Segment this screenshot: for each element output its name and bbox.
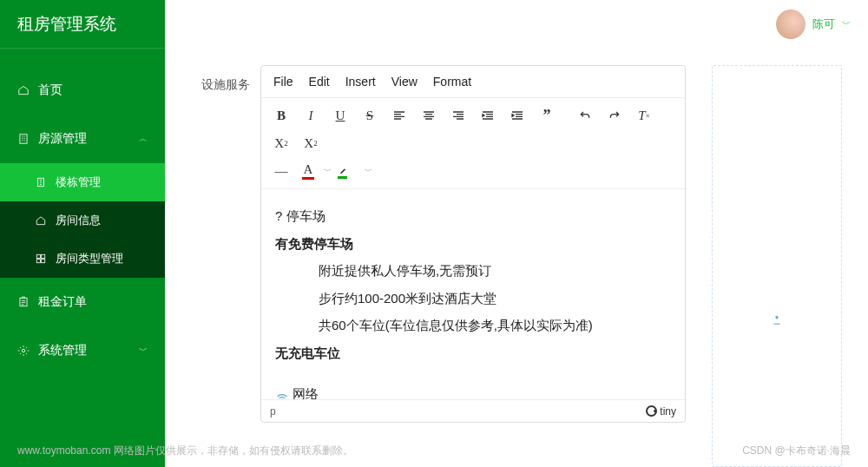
- clipboard-icon: [17, 296, 30, 308]
- watermark-text: www.toymoban.com 网络图片仅供展示，非存储，如有侵权请联系删除。: [17, 444, 353, 458]
- content-line: 附近提供私人停车场,无需预订: [275, 260, 671, 282]
- field-label: 设施服务: [191, 65, 260, 467]
- home-icon: [17, 84, 30, 96]
- content-line: 共60个车位(车位信息仅供参考,具体以实际为准): [275, 314, 671, 337]
- editor-content[interactable]: ? 停车场 有免费停车场 附近提供私人停车场,无需预订 步行约100-200米到…: [261, 189, 685, 399]
- strikethrough-button[interactable]: S: [357, 103, 383, 128]
- highlight-dropdown[interactable]: ﹀: [361, 161, 376, 182]
- editor-menubar: File Edit Insert View Format: [261, 66, 685, 97]
- credit-text: CSDN @卡布奇诺·海晨: [742, 444, 851, 458]
- align-left-button[interactable]: [386, 103, 412, 128]
- tiny-branding[interactable]: tiny: [646, 405, 676, 418]
- form-row: 设施服务 File Edit Insert View Format B I U …: [191, 65, 686, 467]
- nav-housing-submenu: 楼栋管理 房间信息 房间类型管理: [0, 163, 165, 278]
- highlight-button[interactable]: [339, 159, 359, 183]
- nav-home[interactable]: 首页: [0, 66, 165, 115]
- nav-roomtype[interactable]: 房间类型管理: [0, 240, 165, 278]
- content-line: 网络: [275, 383, 671, 399]
- tower-icon: [35, 176, 47, 188]
- redo-button[interactable]: [602, 103, 628, 128]
- nav-roomtype-label: 房间类型管理: [56, 251, 123, 266]
- italic-button[interactable]: I: [298, 103, 324, 128]
- house-icon: [35, 214, 47, 227]
- nav-room[interactable]: 房间信息: [0, 201, 165, 240]
- nav-menu: 首页 房源管理 ︿ 楼栋管理 房间信息 房间类型管理 租金订单: [0, 49, 165, 375]
- blockquote-button[interactable]: ”: [534, 103, 560, 128]
- nav-system[interactable]: 系统管理 ﹀: [0, 326, 165, 375]
- nav-housing[interactable]: 房源管理 ︿: [0, 115, 165, 163]
- nav-rent[interactable]: 租金订单: [0, 278, 165, 326]
- chevron-up-icon: ︿: [139, 133, 148, 145]
- svg-rect-2: [36, 254, 40, 258]
- menu-file[interactable]: File: [273, 75, 293, 89]
- user-chevron-down-icon[interactable]: ﹀: [842, 18, 851, 30]
- gear-icon: [17, 345, 30, 357]
- tiny-logo-icon: [646, 405, 657, 417]
- content-line: 步行约100-200米到达酒店大堂: [275, 287, 671, 310]
- grid-icon: [35, 253, 47, 265]
- hr-button[interactable]: —: [268, 159, 294, 183]
- svg-rect-0: [20, 135, 27, 144]
- content-line: 有免费停车场: [275, 233, 671, 255]
- undo-button[interactable]: [572, 103, 598, 128]
- building-icon: [17, 133, 30, 145]
- clear-format-button[interactable]: T×: [631, 103, 657, 128]
- align-center-button[interactable]: [416, 103, 442, 128]
- outdent-button[interactable]: [475, 103, 501, 128]
- svg-point-7: [22, 349, 25, 352]
- wifi-icon: [275, 389, 289, 399]
- bold-button[interactable]: B: [268, 103, 294, 128]
- superscript-button[interactable]: X2: [298, 131, 324, 155]
- text-color-dropdown[interactable]: ﹀: [320, 161, 335, 182]
- svg-rect-5: [42, 260, 45, 263]
- menu-format[interactable]: Format: [433, 75, 471, 89]
- text-color-button[interactable]: A: [298, 159, 319, 183]
- username[interactable]: 陈可: [812, 16, 835, 32]
- align-right-button[interactable]: [445, 103, 471, 128]
- indent-button[interactable]: [504, 103, 530, 128]
- editor-statusbar: p tiny: [261, 399, 685, 422]
- element-path[interactable]: p: [270, 405, 276, 418]
- widget-icon: [771, 314, 783, 326]
- nav-room-label: 房间信息: [56, 213, 101, 228]
- subscript-button[interactable]: X2: [268, 131, 294, 155]
- menu-insert[interactable]: Insert: [345, 75, 376, 89]
- content-line: 无充电车位: [275, 342, 671, 365]
- menu-view[interactable]: View: [391, 75, 418, 89]
- nav-building-label: 楼栋管理: [56, 174, 101, 190]
- svg-rect-4: [36, 260, 40, 263]
- svg-rect-3: [42, 254, 45, 258]
- nav-housing-label: 房源管理: [38, 131, 87, 147]
- side-drop-panel[interactable]: [712, 65, 842, 467]
- main-content: 设施服务 File Edit Insert View Format B I U …: [165, 48, 868, 467]
- nav-building[interactable]: 楼栋管理: [0, 163, 165, 201]
- underline-button[interactable]: U: [327, 103, 353, 128]
- sidebar: 租房管理系统 首页 房源管理 ︿ 楼栋管理 房间信息 房间类型管理: [0, 0, 165, 467]
- menu-edit[interactable]: Edit: [309, 75, 330, 89]
- app-title: 租房管理系统: [0, 0, 165, 48]
- rich-text-editor: File Edit Insert View Format B I U S ”: [260, 65, 686, 423]
- nav-home-label: 首页: [38, 82, 62, 98]
- avatar[interactable]: [776, 10, 806, 39]
- nav-rent-label: 租金订单: [38, 294, 87, 310]
- chevron-down-icon: ﹀: [139, 345, 148, 357]
- content-line: ? 停车场: [275, 205, 671, 227]
- header: 陈可 ﹀: [776, 0, 868, 48]
- editor-toolbar: B I U S ” T× X2 X2: [261, 97, 685, 189]
- nav-system-label: 系统管理: [38, 343, 87, 358]
